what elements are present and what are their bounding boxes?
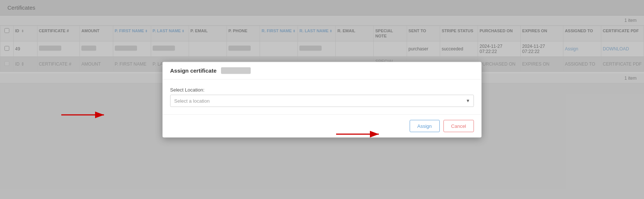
modal-footer: Assign Cancel xyxy=(163,114,481,137)
select-location-wrapper: Select a location ▼ xyxy=(170,94,474,107)
page-wrapper: Certificates 1 item ID ⇕ CERTIFICATE # A… xyxy=(0,0,644,199)
assign-button[interactable]: Assign xyxy=(410,120,440,132)
arrow-to-assign xyxy=(334,129,383,140)
modal-title-badge xyxy=(221,67,251,74)
modal-title: Assign certificate xyxy=(170,67,217,74)
modal-header: Assign certificate xyxy=(163,62,481,79)
location-select[interactable]: Select a location xyxy=(170,94,474,107)
cancel-button[interactable]: Cancel xyxy=(443,120,474,132)
modal-body: Select Location: Select a location ▼ xyxy=(163,79,481,114)
select-location-label: Select Location: xyxy=(170,87,474,92)
arrow-to-select xyxy=(59,109,108,120)
assign-certificate-modal: Assign certificate Select Location: Sele… xyxy=(162,62,482,137)
